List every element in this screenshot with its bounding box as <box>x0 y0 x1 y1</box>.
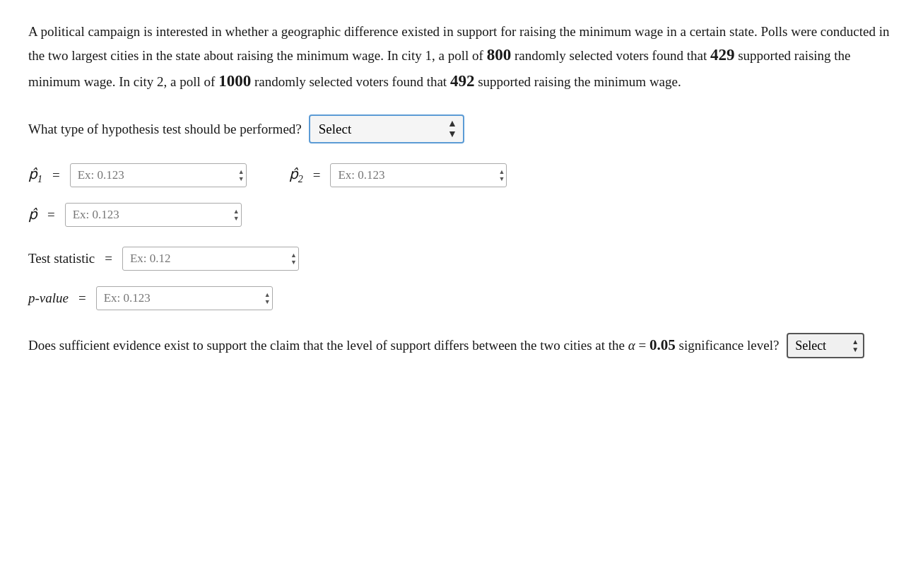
problem-text: A political campaign is interested in wh… <box>28 21 895 95</box>
pvalue-equals: = <box>78 288 86 308</box>
p-hat-row-1: p̂1 = ▲ ▼ p̂2 = ▲ ▼ <box>28 163 895 187</box>
p-hat-label: p̂ <box>28 204 37 225</box>
p1-equals: = <box>52 165 60 185</box>
p1-hat-input-wrapper[interactable]: ▲ ▼ <box>70 163 247 187</box>
variables-section: p̂1 = ▲ ▼ p̂2 = ▲ ▼ <box>28 163 895 227</box>
test-statistic-input[interactable] <box>122 247 299 271</box>
p-equals: = <box>47 204 55 225</box>
hypothesis-question-row: What type of hypothesis test should be p… <box>28 114 895 143</box>
p-hat-input[interactable] <box>65 203 242 227</box>
significance-text: significance level? <box>678 338 779 353</box>
p2-hat-item: p̂2 = ▲ ▼ <box>289 163 507 187</box>
test-stat-equals: = <box>105 248 112 269</box>
hypothesis-type-select[interactable]: Select Two-proportion z-test Two-sample … <box>309 114 464 143</box>
conclusion-text-prefix: Does sufficient evidence exist to suppor… <box>28 338 625 353</box>
p-hat-row-2: p̂ = ▲ ▼ <box>28 203 895 227</box>
alpha-value: 0.05 <box>649 336 676 353</box>
test-statistic-label: Test statistic <box>28 248 95 269</box>
p2-hat-input-wrapper[interactable]: ▲ ▼ <box>330 163 507 187</box>
p2-hat-label: p̂2 <box>289 163 303 187</box>
alpha-symbol: α <box>628 338 639 353</box>
conclusion-row: Does sufficient evidence exist to suppor… <box>28 333 895 358</box>
conclusion-select[interactable]: Select Yes No <box>787 333 864 358</box>
test-stat-input-wrapper[interactable]: ▲ ▼ <box>122 247 299 271</box>
city2-support-count: 492 <box>450 72 475 90</box>
city2-sample-size: 1000 <box>218 72 251 90</box>
pvalue-input-wrapper[interactable]: ▲ ▼ <box>96 286 273 310</box>
pvalue-label: p-value <box>28 288 69 308</box>
hypothesis-select-wrapper[interactable]: Select Two-proportion z-test Two-sample … <box>309 114 464 143</box>
test-statistic-row: Test statistic = ▲ ▼ <box>28 247 895 271</box>
p-hat-item: p̂ = ▲ ▼ <box>28 203 242 227</box>
conclusion-select-wrapper[interactable]: Select Yes No ▲ ▼ <box>787 333 864 358</box>
hypothesis-question-label: What type of hypothesis test should be p… <box>28 119 302 139</box>
p1-hat-input[interactable] <box>70 163 247 187</box>
p-hat-input-wrapper[interactable]: ▲ ▼ <box>65 203 242 227</box>
pvalue-row: p-value = ▲ ▼ <box>28 286 895 310</box>
pvalue-input[interactable] <box>96 286 273 310</box>
p1-hat-item: p̂1 = ▲ ▼ <box>28 163 247 187</box>
city1-sample-size: 800 <box>487 46 512 64</box>
p2-hat-input[interactable] <box>330 163 507 187</box>
alpha-equals: = <box>639 338 647 353</box>
p1-hat-label: p̂1 <box>28 163 42 187</box>
p2-equals: = <box>313 165 321 185</box>
city1-support-count: 429 <box>710 46 735 64</box>
